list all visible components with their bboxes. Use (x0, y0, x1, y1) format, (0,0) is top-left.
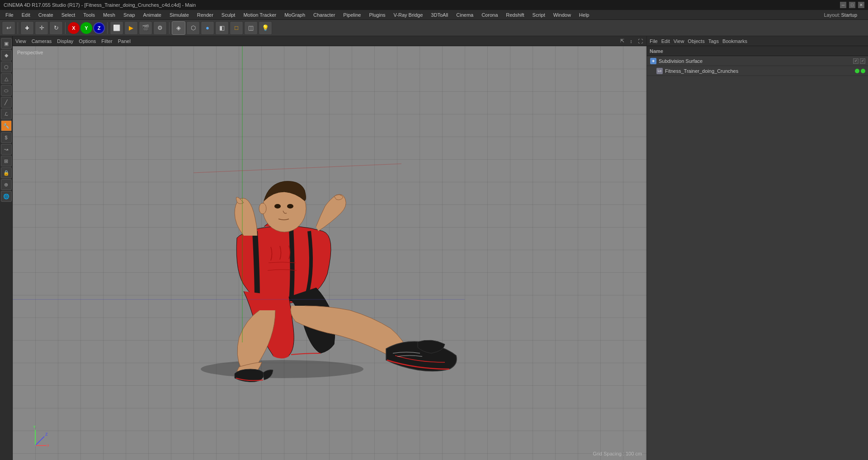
quick-render-button[interactable]: □ (230, 21, 243, 35)
left-tool-8[interactable]: 🔧 (1, 120, 12, 131)
menu-vray[interactable]: V-Ray Bridge (390, 11, 427, 19)
viewport-menu-view[interactable]: View (15, 38, 26, 44)
main-toolbar: ↩ + ✛ ↻ X Y Z ⬜ ▶ 🎬 ⚙ ◈ ⬡ ● ◧ □ ◫ 💡 (0, 20, 868, 36)
viewport-menu-options[interactable]: Options (79, 38, 96, 44)
grid-spacing-label: Grid Spacing : 100 cm (593, 451, 642, 456)
obj-subd-name: Subdivision Surface (659, 58, 853, 64)
paint-mode-button[interactable]: ● (201, 21, 214, 35)
menu-simulate[interactable]: Simulate (166, 11, 193, 19)
menu-plugins[interactable]: Plugins (365, 11, 389, 19)
menu-render[interactable]: Render (193, 11, 217, 19)
menu-mograph[interactable]: MoGraph (281, 11, 309, 19)
viewport-icon-3[interactable]: ⛶ (637, 38, 644, 45)
om-menu-objects[interactable]: Objects (688, 38, 704, 44)
menu-pipeline[interactable]: Pipeline (340, 11, 364, 19)
menu-tools[interactable]: Tools (80, 11, 99, 19)
texture-mode-button[interactable]: ⬡ (186, 21, 200, 35)
viewport-icon-1[interactable]: ⇱ (618, 38, 626, 45)
viewport-menu-display[interactable]: Display (57, 38, 73, 44)
menu-sculpt[interactable]: Sculpt (218, 11, 239, 19)
layout-label: Layout: (824, 12, 840, 18)
menu-animate[interactable]: Animate (140, 11, 165, 19)
left-tool-1[interactable]: ▣ (1, 38, 12, 49)
menu-character[interactable]: Character (310, 11, 339, 19)
menu-help[interactable]: Help (576, 11, 593, 19)
obj-trainer-name: Fitness_Trainer_doing_Crunches (665, 68, 855, 74)
minimize-button[interactable]: ─ (840, 2, 846, 8)
undo-button[interactable]: ↩ (2, 21, 15, 35)
menu-cinema[interactable]: Cinema (453, 11, 477, 19)
viewport-canvas[interactable]: Perspective (13, 46, 646, 460)
left-tool-10[interactable]: ↝ (1, 144, 12, 155)
object-item-subdivision[interactable]: ◈ Subdivision Surface ✓ ✓ (647, 56, 868, 66)
toolbar-sep-3 (107, 22, 108, 34)
left-tool-5[interactable]: ⬭ (1, 85, 12, 96)
menu-script[interactable]: Script (529, 11, 549, 19)
axis-y-button[interactable]: Y (80, 22, 92, 34)
menu-edit[interactable]: Edit (18, 11, 34, 19)
render-to-picture-button[interactable]: 🎬 (139, 21, 152, 35)
left-tool-6[interactable]: ╱ (1, 97, 12, 108)
trainer-status-2[interactable] (861, 69, 865, 73)
axis-x-button[interactable]: X (68, 22, 80, 34)
render-region-button[interactable]: ⬜ (110, 21, 123, 35)
col-name: Name (650, 48, 865, 54)
left-tool-3[interactable]: ⬡ (1, 62, 12, 72)
object-mode-button[interactable]: ◈ (172, 21, 185, 35)
viewport-menu-panel[interactable]: Panel (118, 38, 131, 44)
toolbar-sep-1 (18, 22, 18, 34)
viewport-toolbar: View Cameras Display Options Filter Pane… (13, 36, 646, 46)
svg-line-5 (35, 436, 44, 446)
menu-mesh[interactable]: Mesh (99, 11, 119, 19)
new-object-button[interactable]: + (20, 21, 34, 35)
lo-icon: Lo (656, 67, 663, 75)
viewport-icon-2[interactable]: ↕ (627, 38, 635, 45)
om-menu-edit[interactable]: Edit (661, 38, 670, 44)
light-button[interactable]: 💡 (259, 21, 272, 35)
om-menu-bookmarks[interactable]: Bookmarks (722, 38, 747, 44)
subd-check-2[interactable]: ✓ (860, 58, 865, 64)
viewport-menu-cameras[interactable]: Cameras (32, 38, 52, 44)
om-menu-view[interactable]: View (674, 38, 684, 44)
left-tool-11[interactable]: ⊞ (1, 156, 12, 166)
render-settings-button[interactable]: ⚙ (153, 21, 167, 35)
menu-3dtoall[interactable]: 3DToAll (427, 11, 452, 19)
object-item-trainer[interactable]: Lo Fitness_Trainer_doing_Crunches (647, 66, 868, 76)
maximize-button[interactable]: □ (849, 2, 855, 8)
svg-point-3 (287, 204, 293, 209)
viewport-menu-filter[interactable]: Filter (101, 38, 112, 44)
left-tool-14[interactable]: 🌐 (1, 191, 12, 202)
move-tool-button[interactable]: ✛ (35, 21, 48, 35)
render-button[interactable]: ▶ (124, 21, 138, 35)
window-controls: ─ □ ✕ (840, 2, 864, 8)
subd-icon: ◈ (650, 57, 657, 65)
menu-create[interactable]: Create (35, 11, 57, 19)
om-menu-file[interactable]: File (650, 38, 658, 44)
menu-corona[interactable]: Corona (478, 11, 501, 19)
menu-window[interactable]: Window (550, 11, 575, 19)
trainer-status-1[interactable] (855, 69, 859, 73)
svg-point-2 (274, 204, 281, 209)
axis-z-button[interactable]: Z (93, 22, 105, 34)
left-tool-7[interactable]: ℒ (1, 109, 12, 119)
left-toolbar: ▣ ◆ ⬡ △ ⬭ ╱ ℒ 🔧 $ ↝ ⊞ 🔒 ⊕ 🌐 (0, 36, 13, 460)
toolbar-sep-4 (169, 22, 170, 34)
left-tool-4[interactable]: △ (1, 73, 12, 84)
menu-select[interactable]: Select (58, 11, 79, 19)
menu-file[interactable]: File (2, 11, 17, 19)
left-tool-13[interactable]: ⊕ (1, 179, 12, 190)
viewport-filter-button[interactable]: ◫ (244, 21, 258, 35)
display-mode-button[interactable]: ◧ (215, 21, 229, 35)
layout-value[interactable]: Startup (841, 12, 857, 18)
right-panel: File Edit View Objects Tags Bookmarks Na… (646, 36, 868, 460)
om-menu-tags[interactable]: Tags (708, 38, 719, 44)
close-button[interactable]: ✕ (858, 2, 864, 8)
left-tool-12[interactable]: 🔒 (1, 167, 12, 178)
subd-check-1[interactable]: ✓ (853, 58, 859, 64)
menu-motion-tracker[interactable]: Motion Tracker (240, 11, 280, 19)
left-tool-2[interactable]: ◆ (1, 50, 12, 61)
menu-redshift[interactable]: Redshift (502, 11, 528, 19)
left-tool-9[interactable]: $ (1, 132, 12, 143)
rotate-tool-button[interactable]: ↻ (49, 21, 63, 35)
menu-snap[interactable]: Snap (120, 11, 139, 19)
